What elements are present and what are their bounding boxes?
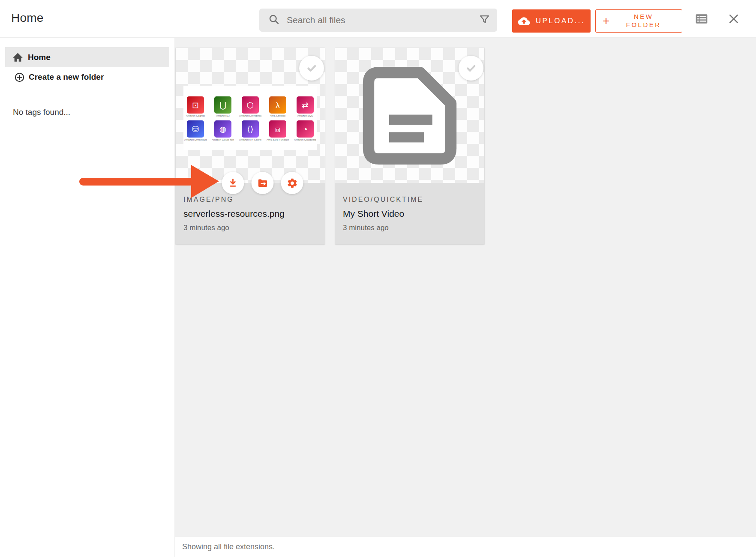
file-timestamp: 3 minutes ago	[343, 224, 477, 232]
cloud-upload-icon	[518, 16, 530, 26]
header: Home UPLOAD... +	[0, 0, 756, 38]
status-bar: Showing all file extensions.	[175, 537, 756, 557]
create-new-folder-button[interactable]: Create a new folder	[5, 69, 169, 86]
aws-service-icon: ⛁Amazon DynamoDB	[186, 120, 205, 141]
settings-button[interactable]	[281, 172, 303, 194]
checkmark-icon	[465, 62, 477, 75]
select-file-checkbox[interactable]	[299, 56, 324, 81]
status-text: Showing all file extensions.	[182, 542, 275, 551]
file-actions	[222, 172, 303, 194]
close-button[interactable]	[726, 12, 741, 26]
create-folder-label: Create a new folder	[29, 72, 104, 82]
file-name: My Short Video	[343, 209, 477, 219]
aws-service-icon: ⊡Amazon Cognito	[186, 96, 205, 117]
aws-service-icon: ⬡Amazon EventBridge	[240, 96, 260, 117]
sidebar-item-home[interactable]: Home	[5, 47, 169, 67]
gear-icon	[286, 177, 298, 189]
close-icon	[727, 12, 740, 25]
no-tags-message: No tags found...	[13, 108, 70, 117]
aws-service-icon: λAWS Lambda	[268, 96, 288, 117]
upload-button[interactable]: UPLOAD...	[512, 9, 591, 33]
document-file-icon	[358, 64, 461, 167]
aws-service-icon: ⋃Amazon S3	[213, 96, 233, 117]
upload-label: UPLOAD...	[536, 17, 585, 25]
new-folder-label: NEW FOLDER	[609, 13, 678, 29]
file-card-serverless-resources[interactable]: ⊡Amazon Cognito⋃Amazon S3⬡Amazon EventBr…	[176, 48, 325, 244]
file-timestamp: 3 minutes ago	[183, 224, 317, 232]
file-name: serverless-resources.png	[183, 209, 317, 219]
file-meta: VIDEO/QUICKTIME My Short Video 3 minutes…	[335, 183, 484, 244]
file-mimetype: VIDEO/QUICKTIME	[343, 196, 477, 204]
move-to-folder-button[interactable]	[252, 172, 274, 194]
page-title: Home	[11, 11, 44, 25]
search-input[interactable]	[286, 15, 479, 26]
search-bar[interactable]	[259, 9, 497, 32]
download-icon	[228, 177, 239, 189]
aws-service-icon: ⟨⟩Amazon API Gateway	[240, 120, 260, 141]
sidebar-item-label: Home	[28, 53, 51, 62]
sidebar-divider	[10, 100, 157, 100]
file-manager-window: Home UPLOAD... +	[0, 0, 756, 557]
aws-service-icon: ⇄Amazon SQS	[295, 96, 315, 117]
aws-service-icon: ◔Amazon Cloudwatch	[295, 120, 315, 141]
file-card-my-short-video[interactable]: VIDEO/QUICKTIME My Short Video 3 minutes…	[335, 48, 484, 244]
search-icon	[268, 13, 280, 27]
new-folder-button[interactable]: + NEW FOLDER	[595, 9, 682, 33]
filter-icon[interactable]	[479, 14, 490, 27]
circle-plus-icon	[13, 72, 26, 83]
home-icon	[11, 52, 24, 63]
folder-move-icon	[257, 177, 268, 189]
download-button[interactable]	[222, 172, 244, 194]
select-file-checkbox[interactable]	[459, 56, 483, 81]
list-view-toggle-button[interactable]	[693, 12, 710, 26]
aws-diagram-preview: ⊡Amazon Cognito⋃Amazon S3⬡Amazon EventBr…	[183, 86, 317, 150]
list-view-icon	[695, 12, 708, 25]
aws-service-icon: ⧈AWS Step Functions	[268, 120, 288, 141]
plus-icon: +	[603, 15, 609, 27]
sidebar: Home Create a new folder No tags found..…	[0, 38, 174, 557]
aws-service-icon: ◍Amazon CloudFront	[213, 120, 233, 141]
file-mimetype: IMAGE/PNG	[183, 196, 317, 204]
checkmark-icon	[305, 62, 318, 75]
